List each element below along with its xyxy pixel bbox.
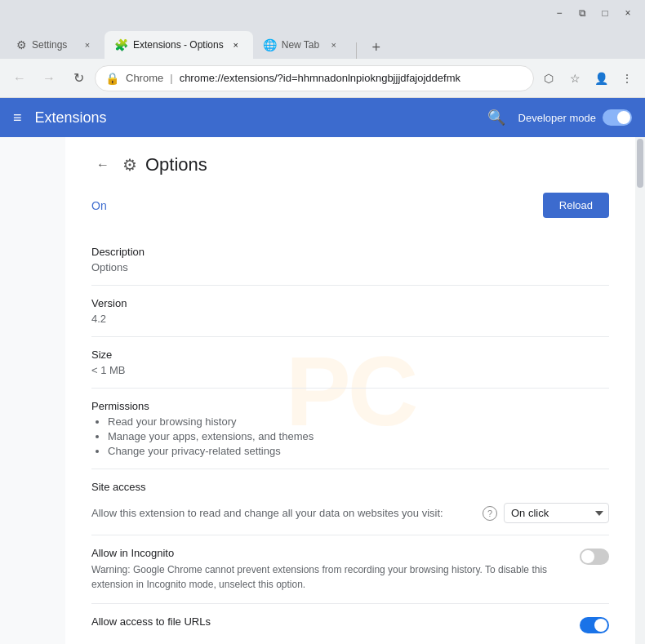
- site-access-description: Allow this extension to read and change …: [91, 507, 476, 519]
- permission-item-1: Read your browsing history: [108, 415, 609, 428]
- description-row: Description Options: [91, 234, 609, 286]
- options-gear-icon: ⚙: [122, 155, 137, 175]
- developer-mode-toggle[interactable]: [603, 109, 632, 126]
- file-urls-title: Allow access to file URLs: [91, 615, 567, 628]
- settings-tab-icon: ⚙: [16, 38, 27, 51]
- new-tab-icon: 🌐: [263, 38, 277, 51]
- new-tab-label: New Tab: [282, 39, 322, 51]
- site-access-control: Allow this extension to read and change …: [91, 503, 609, 523]
- close-button[interactable]: ×: [617, 2, 638, 24]
- size-value: < 1 MB: [91, 364, 609, 376]
- incognito-row: Allow in Incognito Warning: Google Chrom…: [91, 535, 609, 604]
- permissions-list: Read your browsing history Manage your a…: [91, 415, 609, 457]
- extensions-tab-label: Extensions - Options: [133, 39, 224, 51]
- incognito-description: Warning: Google Chrome cannot prevent ex…: [91, 562, 567, 592]
- permissions-row: Permissions Read your browsing history M…: [91, 389, 609, 469]
- size-label: Size: [91, 349, 609, 361]
- hamburger-menu-icon[interactable]: ≡: [13, 109, 22, 127]
- options-back-button[interactable]: ←: [91, 153, 114, 176]
- file-urls-text: Allow access to file URLs: [91, 615, 567, 631]
- site-access-help-icon[interactable]: ?: [483, 506, 497, 521]
- extensions-header: ≡ Extensions 🔍 Developer mode: [0, 98, 645, 137]
- permission-item-2: Manage your apps, extensions, and themes: [108, 430, 609, 442]
- file-urls-toggle-knob: [594, 619, 607, 632]
- developer-mode-toggle-group: Developer mode: [518, 109, 632, 126]
- maximize-button[interactable]: □: [594, 2, 616, 24]
- content-area: PC ← ⚙ Options On Reload Description Opt…: [65, 137, 635, 644]
- scrollbar-area: [635, 137, 645, 644]
- permissions-label: Permissions: [91, 400, 609, 412]
- site-access-section: Site access Allow this extension to read…: [91, 469, 609, 535]
- reload-button[interactable]: Reload: [543, 193, 609, 218]
- chrome-menu-button[interactable]: ⋮: [616, 67, 638, 90]
- size-row: Size < 1 MB: [91, 337, 609, 389]
- settings-tab-label: Settings: [32, 39, 75, 51]
- description-label: Description: [91, 246, 609, 258]
- options-header: ← ⚙ Options: [91, 153, 609, 176]
- title-bar: − ⧉ □ ×: [0, 0, 645, 26]
- reload-nav-button[interactable]: ↻: [65, 65, 91, 91]
- options-title: Options: [145, 154, 207, 175]
- profile-icon-button[interactable]: 👤: [589, 67, 612, 90]
- bookmark-icon-button[interactable]: ☆: [563, 67, 586, 90]
- lock-icon: 🔒: [105, 72, 119, 85]
- site-access-label: Site access: [91, 481, 609, 493]
- new-tab-close[interactable]: ×: [327, 38, 341, 52]
- version-label: Version: [91, 297, 609, 309]
- sidebar-left: [0, 137, 65, 644]
- tab-settings[interactable]: ⚙ Settings ×: [7, 31, 105, 59]
- tab-new-tab[interactable]: 🌐 New Tab ×: [253, 31, 351, 59]
- developer-mode-toggle-knob: [617, 111, 630, 124]
- extensions-tab-close[interactable]: ×: [229, 38, 243, 52]
- incognito-text: Allow in Incognito Warning: Google Chrom…: [91, 547, 567, 592]
- tab-separator: [356, 42, 357, 59]
- developer-mode-label: Developer mode: [518, 112, 596, 124]
- description-value: Options: [91, 261, 609, 273]
- forward-button[interactable]: →: [36, 65, 62, 91]
- extensions-title: Extensions: [35, 109, 474, 127]
- minimize-button[interactable]: −: [549, 2, 570, 24]
- on-status-label: On: [91, 199, 107, 212]
- extensions-tab-icon: 🧩: [114, 38, 128, 51]
- main-layout: PC ← ⚙ Options On Reload Description Opt…: [0, 137, 645, 644]
- on-reload-row: On Reload: [91, 193, 609, 218]
- incognito-toggle-knob: [581, 550, 594, 563]
- restore-button[interactable]: ⧉: [572, 2, 593, 24]
- new-tab-button[interactable]: +: [365, 36, 388, 59]
- incognito-title: Allow in Incognito: [91, 547, 567, 559]
- scrollbar-thumb[interactable]: [637, 139, 643, 188]
- incognito-toggle[interactable]: [580, 549, 609, 565]
- version-row: Version 4.2: [91, 286, 609, 337]
- permission-item-3: Change your privacy-related settings: [108, 445, 609, 457]
- back-button[interactable]: ←: [7, 65, 33, 91]
- tab-extensions-options[interactable]: 🧩 Extensions - Options ×: [105, 31, 253, 59]
- site-access-select[interactable]: On click On specific sites On all sites: [504, 503, 609, 523]
- address-bar: ← → ↻ 🔒 Chrome | chrome://extensions/?id…: [0, 59, 645, 98]
- search-icon[interactable]: 🔍: [487, 109, 505, 127]
- address-input[interactable]: 🔒 Chrome | chrome://extensions/?id=hhmna…: [95, 65, 534, 91]
- content-inner: ← ⚙ Options On Reload Description Option…: [91, 153, 609, 644]
- tab-bar: ⚙ Settings × 🧩 Extensions - Options × 🌐 …: [0, 26, 645, 59]
- file-urls-row: Allow access to file URLs: [91, 604, 609, 644]
- url-text: chrome://extensions/?id=hhmnadonlnpiokng…: [180, 72, 523, 84]
- version-value: 4.2: [91, 313, 609, 325]
- share-icon-button[interactable]: ⬡: [537, 67, 560, 90]
- file-urls-toggle[interactable]: [580, 617, 609, 633]
- settings-tab-close[interactable]: ×: [80, 38, 95, 52]
- site-name-label: Chrome: [126, 72, 163, 84]
